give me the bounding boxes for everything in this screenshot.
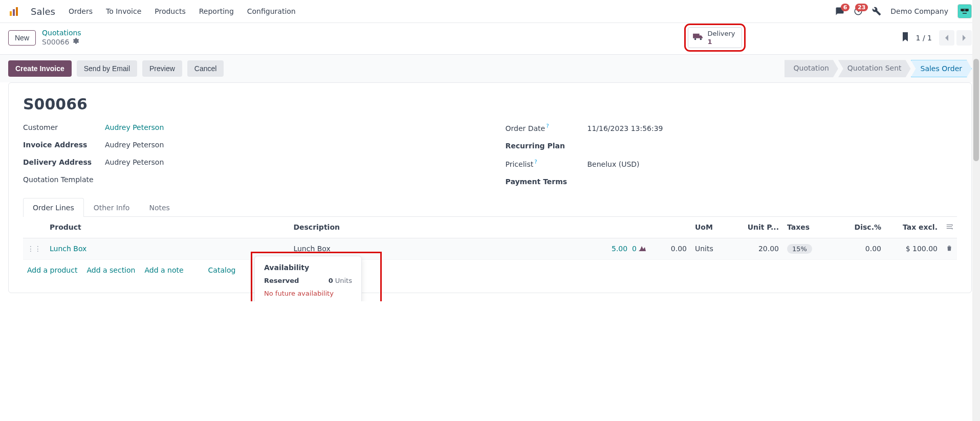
add-note-link[interactable]: Add a note xyxy=(144,266,183,274)
catalog-link[interactable]: Catalog xyxy=(208,266,236,274)
delete-row-icon[interactable] xyxy=(942,238,957,259)
action-bar: Create Invoice Send by Email Preview Can… xyxy=(0,54,980,82)
menu-orders[interactable]: Orders xyxy=(69,7,93,15)
table-row[interactable]: ⋮⋮ Lunch Box Lunch Box 5.00 0 0.00 Units… xyxy=(23,238,957,259)
row-tax-excl: $ 100.00 xyxy=(885,238,942,259)
activity-badge: 23 xyxy=(855,4,868,11)
row-disc[interactable]: 0.00 xyxy=(839,238,885,259)
breadcrumb-parent[interactable]: Quotations xyxy=(42,29,81,38)
tabs: Order Lines Other Info Notes xyxy=(23,198,957,217)
delivery-stat-button[interactable]: Delivery 1 xyxy=(688,27,742,48)
svg-rect-4 xyxy=(959,5,971,17)
reserved-label: Reserved xyxy=(264,277,299,284)
tab-notes[interactable]: Notes xyxy=(139,198,179,217)
svg-rect-0 xyxy=(10,11,12,16)
col-disc[interactable]: Disc.% xyxy=(839,217,885,238)
drag-handle-icon[interactable]: ⋮⋮ xyxy=(23,238,46,259)
status-quotation-sent[interactable]: Quotation Sent xyxy=(838,60,911,77)
forecast-chart-icon[interactable] xyxy=(639,245,646,253)
user-avatar[interactable] xyxy=(957,4,972,18)
activity-icon[interactable]: 23 xyxy=(854,7,863,16)
order-date-label: Order Date? xyxy=(506,123,587,132)
nav-menu: Orders To Invoice Products Reporting Con… xyxy=(69,7,296,15)
pricelist-label: Pricelist? xyxy=(506,159,587,168)
col-unit-price[interactable]: Unit P... xyxy=(737,217,783,238)
add-section-link[interactable]: Add a section xyxy=(86,266,135,274)
svg-point-9 xyxy=(700,38,702,40)
right-controls: 1 / 1 xyxy=(902,30,972,46)
truck-icon xyxy=(692,32,704,43)
col-tax-excl[interactable]: Tax excl. xyxy=(885,217,942,238)
cancel-button[interactable]: Cancel xyxy=(187,60,224,77)
col-options[interactable] xyxy=(942,217,957,238)
delivery-address-label: Delivery Address xyxy=(23,158,105,166)
order-date-value[interactable]: 11/16/2023 13:56:39 xyxy=(587,124,663,132)
availability-popover: Availability Reserved 0Units No future a… xyxy=(254,256,362,301)
menu-to-invoice[interactable]: To Invoice xyxy=(106,7,141,15)
preview-button[interactable]: Preview xyxy=(142,60,182,77)
breadcrumb-current: S00066 xyxy=(42,38,69,47)
menu-products[interactable]: Products xyxy=(155,7,185,15)
col-product[interactable]: Product xyxy=(46,217,289,238)
company-name[interactable]: Demo Company xyxy=(890,7,948,15)
row-taxes[interactable]: 15% xyxy=(787,244,812,254)
menu-reporting[interactable]: Reporting xyxy=(199,7,234,15)
app-title[interactable]: Sales xyxy=(31,6,55,17)
breadcrumb: Quotations S00066 xyxy=(42,29,81,47)
record-title: S00066 xyxy=(23,95,957,113)
popover-title: Availability xyxy=(264,263,352,272)
next-arrow[interactable] xyxy=(956,30,972,46)
col-taxes[interactable]: Taxes xyxy=(783,217,839,238)
control-panel: New Quotations S00066 Delivery 1 1 / 1 xyxy=(0,23,980,54)
order-lines-grid: Product Description UoM Unit P... Taxes … xyxy=(23,217,957,260)
menu-configuration[interactable]: Configuration xyxy=(247,7,296,15)
line-actions: Add a product Add a section Add a note C… xyxy=(23,260,957,280)
reserved-value: 0 xyxy=(329,277,333,284)
pricelist-value[interactable]: Benelux (USD) xyxy=(587,160,640,168)
invoice-address-value[interactable]: Audrey Peterson xyxy=(105,141,164,149)
row-unit-price[interactable]: 20.00 xyxy=(737,238,783,259)
gear-icon[interactable] xyxy=(72,37,79,47)
prev-arrow[interactable] xyxy=(939,30,954,46)
payment-terms-label: Payment Terms xyxy=(506,178,587,186)
vertical-scrollbar[interactable] xyxy=(972,0,980,301)
customer-value[interactable]: Audrey Peterson xyxy=(105,123,164,131)
col-uom[interactable]: UoM xyxy=(691,217,737,238)
chat-icon[interactable]: 6 xyxy=(835,7,844,16)
form-sheet: S00066 CustomerAudrey Peterson Invoice A… xyxy=(8,82,972,293)
bookmark-icon[interactable] xyxy=(902,32,909,43)
chat-badge: 6 xyxy=(841,4,850,11)
stat-label: Delivery xyxy=(708,30,735,38)
add-product-link[interactable]: Add a product xyxy=(27,266,77,274)
stat-count: 1 xyxy=(708,38,735,46)
invoice-address-label: Invoice Address xyxy=(23,141,105,149)
debug-icon[interactable] xyxy=(872,7,881,16)
row-product[interactable]: Lunch Box xyxy=(50,245,86,253)
status-bar: Quotation Quotation Sent Sales Order xyxy=(785,60,972,77)
quotation-template-label: Quotation Template xyxy=(23,175,105,184)
scroll-thumb[interactable] xyxy=(973,59,979,161)
svg-rect-2 xyxy=(16,7,18,16)
status-sales-order[interactable]: Sales Order xyxy=(911,60,972,77)
nav-right: 6 23 Demo Company xyxy=(835,4,972,18)
col-description[interactable]: Description xyxy=(289,217,583,238)
create-invoice-button[interactable]: Create Invoice xyxy=(8,60,72,77)
row-uom[interactable]: Units xyxy=(691,238,737,259)
tab-other-info[interactable]: Other Info xyxy=(84,198,140,217)
pager[interactable]: 1 / 1 xyxy=(916,34,932,42)
row-quantity[interactable]: 5.00 0 xyxy=(612,245,637,253)
row-delivered[interactable]: 0.00 xyxy=(650,238,691,259)
new-button[interactable]: New xyxy=(8,30,36,46)
svg-rect-1 xyxy=(13,9,15,16)
reserved-unit: Units xyxy=(335,277,352,284)
status-quotation[interactable]: Quotation xyxy=(785,60,838,77)
app-logo-icon[interactable] xyxy=(8,5,20,17)
send-email-button[interactable]: Send by Email xyxy=(77,60,137,77)
availability-warning: No future availability xyxy=(264,290,352,297)
svg-point-8 xyxy=(694,38,696,40)
delivery-address-value[interactable]: Audrey Peterson xyxy=(105,158,164,166)
main-navbar: Sales Orders To Invoice Products Reporti… xyxy=(0,0,980,23)
tab-order-lines[interactable]: Order Lines xyxy=(23,198,84,217)
customer-label: Customer xyxy=(23,123,105,131)
recurring-plan-label: Recurring Plan xyxy=(506,142,587,150)
